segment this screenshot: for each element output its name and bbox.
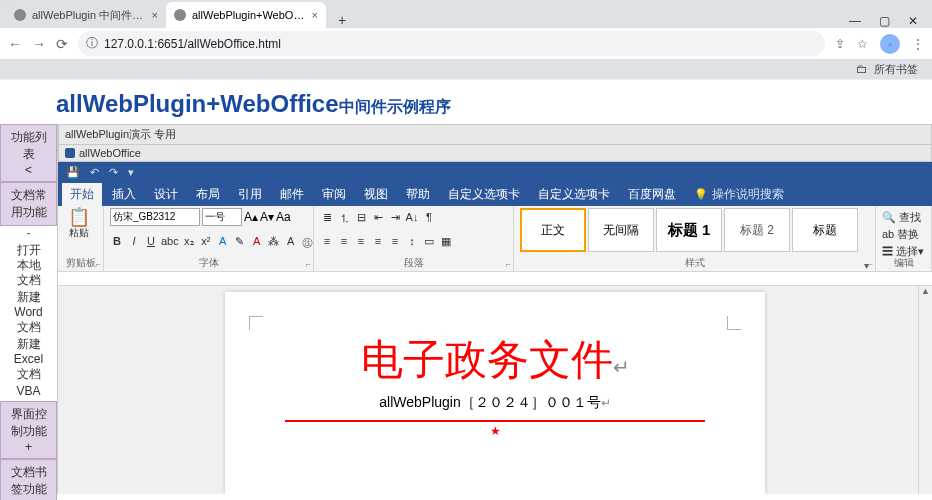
profile-avatar[interactable]: ◦ <box>880 34 900 54</box>
font-color-icon[interactable]: A <box>250 235 264 250</box>
sort-icon[interactable]: A↓ <box>405 211 419 226</box>
border-icon[interactable]: A <box>284 235 298 250</box>
tab-view[interactable]: 视图 <box>356 183 396 206</box>
indent-dec-icon[interactable]: ⇤ <box>371 211 385 226</box>
align-right-icon[interactable]: ≡ <box>354 235 368 248</box>
style-heading2[interactable]: 标题 2 <box>724 208 790 252</box>
tab-mailings[interactable]: 邮件 <box>272 183 312 206</box>
phonetic-icon[interactable]: ⁂ <box>267 235 281 250</box>
tab-custom1[interactable]: 自定义选项卡 <box>440 183 528 206</box>
paragraph-dialog-icon[interactable]: ⌐ <box>506 259 511 269</box>
new-tab-button[interactable]: + <box>332 12 352 28</box>
address-bar[interactable]: ⓘ 127.0.0.1:6651/allWebOffice.html <box>78 31 825 56</box>
maximize-icon[interactable]: ▢ <box>879 14 890 28</box>
italic-button[interactable]: I <box>127 235 141 250</box>
paste-button[interactable]: 📋粘贴 <box>64 208 94 240</box>
bullets-icon[interactable]: ≣ <box>320 211 334 226</box>
numbering-icon[interactable]: ⒈ <box>337 211 351 226</box>
superscript-button[interactable]: x² <box>199 235 213 250</box>
back-icon[interactable]: ← <box>8 36 22 52</box>
tab-insert[interactable]: 插入 <box>104 183 144 206</box>
site-info-icon[interactable]: ⓘ <box>86 35 98 52</box>
text-effects-icon[interactable]: A <box>216 235 230 250</box>
tab-baidu[interactable]: 百度网盘 <box>620 183 684 206</box>
highlight-icon[interactable]: ✎ <box>233 235 247 250</box>
font-dialog-icon[interactable]: ⌐ <box>306 259 311 269</box>
underline-button[interactable]: U <box>144 235 158 250</box>
replace-button[interactable]: ab 替换 <box>882 227 925 242</box>
redo-icon[interactable]: ↷ <box>109 166 118 179</box>
styles-dialog-icon[interactable]: ⌐ <box>868 259 873 269</box>
sidebar-item-open[interactable]: 打开本地文档 <box>0 243 57 290</box>
tab-home[interactable]: 开始 <box>62 183 102 206</box>
url-text: 127.0.0.1:6651/allWebOffice.html <box>104 37 281 51</box>
subscript-button[interactable]: x₂ <box>182 235 196 250</box>
style-heading1[interactable]: 标题 1 <box>656 208 722 252</box>
change-case-icon[interactable]: Aa <box>276 210 291 224</box>
tab-close-icon[interactable]: × <box>312 9 318 21</box>
browser-tab-1[interactable]: allWebPlugin 中间件演示 V2.0 × <box>6 2 166 28</box>
line-spacing-icon[interactable]: ↕ <box>405 235 419 248</box>
doc-subtitle[interactable]: allWebPlugin［２０２４］００１号↵ <box>265 394 725 412</box>
document-area[interactable]: 电子政务文件↵ allWebPlugin［２０２４］００１号↵ ★ ▲ <box>58 286 932 494</box>
bookmarks-all[interactable]: 所有书签 <box>874 62 918 77</box>
grow-font-icon[interactable]: A▴ <box>244 210 258 224</box>
tab-layout[interactable]: 布局 <box>188 183 228 206</box>
sidebar-group-doc[interactable]: 文档常用功能 <box>0 182 57 226</box>
tab-label: allWebPlugin 中间件演示 V2.0 <box>32 8 146 23</box>
tab-help[interactable]: 帮助 <box>398 183 438 206</box>
sidebar-item-vba[interactable]: VBA <box>0 384 57 401</box>
strike-button[interactable]: abc <box>161 235 179 250</box>
word-icon <box>65 148 75 158</box>
share-icon[interactable]: ⇪ <box>835 37 845 51</box>
align-distribute-icon[interactable]: ≡ <box>388 235 402 248</box>
indent-inc-icon[interactable]: ⇥ <box>388 211 402 226</box>
sidebar-item-new-excel[interactable]: 新建Excel文档 <box>0 337 57 384</box>
sidebar-group-funclist[interactable]: 功能列表< <box>0 124 57 182</box>
close-icon[interactable]: ✕ <box>908 14 918 28</box>
tab-close-icon[interactable]: × <box>152 9 158 21</box>
shrink-font-icon[interactable]: A▾ <box>260 210 274 224</box>
shading-icon[interactable]: ▭ <box>422 235 436 248</box>
minimize-icon[interactable]: — <box>849 14 861 28</box>
vertical-scrollbar[interactable]: ▲ <box>918 286 932 494</box>
multilevel-icon[interactable]: ⊟ <box>354 211 368 226</box>
red-divider <box>285 420 705 422</box>
browser-tab-2[interactable]: allWebPlugin+WebOffice中 × <box>166 2 326 28</box>
font-name-input[interactable] <box>110 208 200 226</box>
bold-button[interactable]: B <box>110 235 124 250</box>
save-icon[interactable]: 💾 <box>66 166 80 179</box>
align-center-icon[interactable]: ≡ <box>337 235 351 248</box>
bookmark-star-icon[interactable]: ☆ <box>857 37 868 51</box>
borders-icon[interactable]: ▦ <box>439 235 453 248</box>
sidebar-item-new-word[interactable]: 新建Word文档 <box>0 290 57 337</box>
style-title[interactable]: 标题 <box>792 208 858 252</box>
scroll-up-icon[interactable]: ▲ <box>919 286 932 300</box>
sidebar-group-ui[interactable]: 界面控制功能+ <box>0 401 57 459</box>
tab-custom2[interactable]: 自定义选项卡 <box>530 183 618 206</box>
undo-icon[interactable]: ↶ <box>90 166 99 179</box>
reload-icon[interactable]: ⟳ <box>56 36 68 52</box>
tab-references[interactable]: 引用 <box>230 183 270 206</box>
find-button[interactable]: 🔍 查找 <box>882 210 925 225</box>
tell-me-search[interactable]: 💡 操作说明搜索 <box>694 186 784 203</box>
qat-more-icon[interactable]: ▾ <box>128 166 134 179</box>
align-left-icon[interactable]: ≡ <box>320 235 334 248</box>
style-nospacing[interactable]: 无间隔 <box>588 208 654 252</box>
kebab-menu-icon[interactable]: ⋮ <box>912 37 924 51</box>
bulb-icon: 💡 <box>694 188 708 201</box>
ruler[interactable] <box>58 272 932 286</box>
tab-design[interactable]: 设计 <box>146 183 186 206</box>
show-marks-icon[interactable]: ¶ <box>422 211 436 226</box>
tab-review[interactable]: 审阅 <box>314 183 354 206</box>
enclose-icon[interactable]: ㊟ <box>301 235 315 250</box>
forward-icon[interactable]: → <box>32 36 46 52</box>
font-size-input[interactable] <box>202 208 242 226</box>
sidebar-group-bookmark[interactable]: 文档书签功能+ <box>0 459 57 500</box>
favicon-icon <box>174 9 186 21</box>
align-justify-icon[interactable]: ≡ <box>371 235 385 248</box>
clipboard-dialog-icon[interactable]: ⌐ <box>96 259 101 269</box>
ribbon-tabs: 开始 插入 设计 布局 引用 邮件 审阅 视图 帮助 自定义选项卡 自定义选项卡… <box>58 182 932 206</box>
doc-title[interactable]: 电子政务文件↵ <box>265 332 725 388</box>
style-normal[interactable]: 正文 <box>520 208 586 252</box>
